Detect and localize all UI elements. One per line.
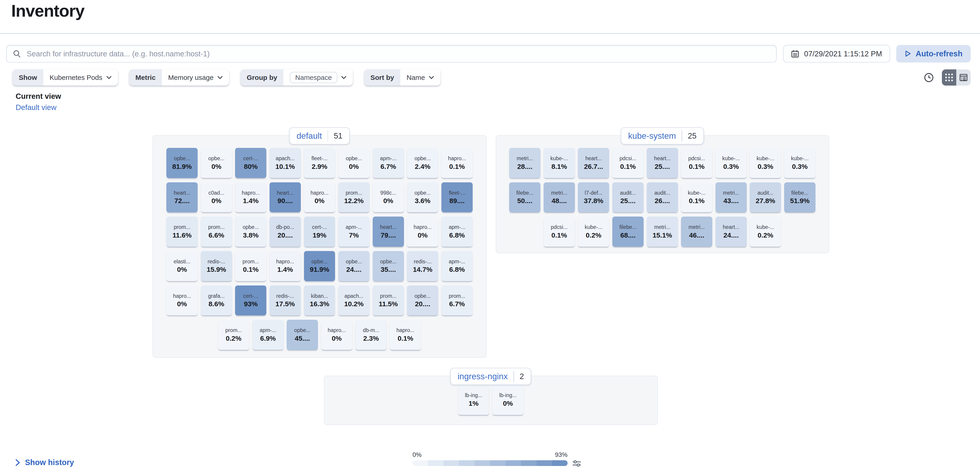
default-view-link[interactable]: Default view bbox=[16, 103, 61, 112]
pod-tile[interactable]: apm-...7% bbox=[338, 216, 369, 247]
pod-tile[interactable]: metri...28.... bbox=[509, 148, 541, 178]
pod-tile[interactable]: opbe...2.4% bbox=[407, 148, 438, 178]
pod-tile[interactable]: c0ad...0% bbox=[201, 182, 232, 212]
pod-tile[interactable]: heart...90.... bbox=[269, 182, 301, 212]
pod-tile[interactable]: heart...72.... bbox=[166, 182, 198, 212]
pod-tile[interactable]: metri...46.... bbox=[681, 216, 712, 247]
pod-tile[interactable]: opbe...81.9% bbox=[166, 148, 198, 178]
pod-tile[interactable]: kube-...0.3% bbox=[750, 148, 781, 178]
pod-tile[interactable]: hapro...1.4% bbox=[269, 251, 301, 281]
pod-tile[interactable]: prom...0.1% bbox=[235, 251, 266, 281]
pod-tile[interactable]: heart...25.... bbox=[647, 148, 678, 178]
pod-tile[interactable]: heart...26.7... bbox=[578, 148, 609, 178]
grid-view-button[interactable] bbox=[942, 69, 956, 86]
pod-tile[interactable]: prom...0.2% bbox=[218, 320, 249, 350]
pod-tile[interactable]: filebe...51.9% bbox=[784, 182, 815, 212]
timeline-clock-button[interactable] bbox=[924, 73, 934, 83]
table-view-button[interactable] bbox=[956, 69, 970, 86]
group-name-link[interactable]: kube-system bbox=[628, 131, 676, 141]
pod-tile[interactable]: db-po...20.... bbox=[269, 216, 301, 247]
pod-tile[interactable]: filebe...50.... bbox=[509, 182, 541, 212]
pod-tile[interactable]: cert-...19% bbox=[304, 216, 335, 247]
group-by-label: Group by bbox=[240, 69, 284, 86]
pod-tile[interactable]: metri...48.... bbox=[544, 182, 575, 212]
group-name-link[interactable]: ingress-nginx bbox=[458, 372, 508, 381]
pod-tile[interactable]: opbe...45.... bbox=[286, 320, 318, 350]
metric-value: Memory usage bbox=[168, 74, 214, 81]
metric-dropdown[interactable]: Memory usage bbox=[162, 69, 229, 86]
pod-tile[interactable]: kube-...0.3% bbox=[784, 148, 815, 178]
pod-tile[interactable]: l7-def...37.8% bbox=[578, 182, 609, 212]
pod-tile[interactable]: kube-...0.2% bbox=[750, 216, 781, 247]
pod-tile[interactable]: redis-...17.5% bbox=[269, 285, 301, 315]
pod-tile[interactable]: fleet-...89.... bbox=[441, 182, 473, 212]
pod-tile[interactable]: lb-ing...0% bbox=[492, 385, 523, 415]
pod-tile[interactable]: redis-...15.9% bbox=[201, 251, 232, 281]
pod-tile[interactable]: opbe...20.... bbox=[407, 285, 438, 315]
pod-tile[interactable]: prom...11.5% bbox=[373, 285, 404, 315]
pod-tile[interactable]: lb-ing...1% bbox=[458, 385, 489, 415]
pod-tile[interactable]: opbe...3.8% bbox=[235, 216, 266, 247]
pod-name: redis-... bbox=[276, 293, 294, 299]
group-by-dropdown[interactable]: Namespace bbox=[283, 69, 353, 86]
pod-tile[interactable]: audit...26.... bbox=[647, 182, 678, 212]
pod-tile[interactable]: filebe...68.... bbox=[612, 216, 644, 247]
pod-tile[interactable]: prom...12.2% bbox=[338, 182, 369, 212]
pod-name: hapro... bbox=[173, 293, 191, 299]
pod-tile[interactable]: 998c...0% bbox=[373, 182, 404, 212]
pod-tile[interactable]: hapro...0% bbox=[407, 216, 438, 247]
pod-tile[interactable]: apach...10.2% bbox=[338, 285, 369, 315]
pod-tile[interactable]: elasti...0% bbox=[166, 251, 198, 281]
pod-tile[interactable]: heart...24.... bbox=[716, 216, 747, 247]
pod-tile[interactable]: pdcsi...0.1% bbox=[544, 216, 575, 247]
tile-row: filebe...50....metri...48....l7-def...37… bbox=[496, 182, 829, 212]
date-picker-button[interactable]: 07/29/2021 1:15:12 PM bbox=[783, 45, 890, 62]
pod-tile[interactable]: opbe...0% bbox=[201, 148, 232, 178]
pod-tile[interactable]: cert-...80% bbox=[235, 148, 266, 178]
pod-tile[interactable]: pdcsi...0.1% bbox=[681, 148, 712, 178]
pod-tile[interactable]: hapro...0.1% bbox=[441, 148, 473, 178]
pod-tile[interactable]: prom...6.6% bbox=[201, 216, 232, 247]
pod-tile[interactable]: metri...43.... bbox=[716, 182, 747, 212]
pod-tile[interactable]: db-m...2.3% bbox=[355, 320, 387, 350]
pod-tile[interactable]: kube-...0.3% bbox=[716, 148, 747, 178]
show-history-link[interactable]: Show history bbox=[16, 458, 74, 467]
sort-by-dropdown[interactable]: Name bbox=[400, 69, 441, 86]
pod-tile[interactable]: apach...10.1% bbox=[269, 148, 301, 178]
pod-tile[interactable]: opbe...0% bbox=[338, 148, 369, 178]
pod-tile[interactable]: hapro...0% bbox=[304, 182, 335, 212]
pod-tile[interactable]: opbe...24.... bbox=[338, 251, 369, 281]
pod-tile[interactable]: apm-...6.7% bbox=[373, 148, 404, 178]
pod-tile[interactable]: prom...11.6% bbox=[166, 216, 198, 247]
pod-tile[interactable]: pdcsi...0.1% bbox=[612, 148, 644, 178]
group-name-link[interactable]: default bbox=[296, 131, 322, 141]
search-input[interactable] bbox=[25, 49, 770, 59]
pod-tile[interactable]: audit...25.... bbox=[612, 182, 644, 212]
pod-tile[interactable]: audit...27.8% bbox=[750, 182, 781, 212]
show-dropdown[interactable]: Kubernetes Pods bbox=[43, 69, 118, 86]
pod-tile[interactable]: opbe...35.... bbox=[373, 251, 404, 281]
pod-tile[interactable]: opbe...91.9% bbox=[304, 251, 335, 281]
pod-metric-value: 72.... bbox=[174, 197, 190, 204]
pod-tile[interactable]: kube-...0.1% bbox=[681, 182, 712, 212]
pod-tile[interactable]: hapro...0.1% bbox=[390, 320, 421, 350]
pod-tile[interactable]: metri...15.1% bbox=[647, 216, 678, 247]
pod-tile[interactable]: kube-...8.1% bbox=[544, 148, 575, 178]
pod-tile[interactable]: fleet-...2.9% bbox=[304, 148, 335, 178]
auto-refresh-button[interactable]: Auto-refresh bbox=[896, 45, 970, 62]
pod-tile[interactable]: apm-...6.8% bbox=[441, 216, 473, 247]
pod-tile[interactable]: hapro...1.4% bbox=[235, 182, 266, 212]
pod-tile[interactable]: opbe...3.6% bbox=[407, 182, 438, 212]
pod-tile[interactable]: hapro...0% bbox=[321, 320, 352, 350]
pod-tile[interactable]: heart...79.... bbox=[373, 216, 404, 247]
pod-tile[interactable]: kiban...16.3% bbox=[304, 285, 335, 315]
pod-tile[interactable]: apm-...6.9% bbox=[252, 320, 284, 350]
pod-tile[interactable]: hapro...0% bbox=[166, 285, 198, 315]
pod-tile[interactable]: kube-...0.2% bbox=[578, 216, 609, 247]
pod-tile[interactable]: grafa...8.6% bbox=[201, 285, 232, 315]
pod-tile[interactable]: redis-...14.7% bbox=[407, 251, 438, 281]
pod-tile[interactable]: apm-...6.8% bbox=[441, 251, 473, 281]
legend-settings-button[interactable] bbox=[573, 459, 581, 468]
pod-tile[interactable]: prom...6.7% bbox=[441, 285, 473, 315]
pod-tile[interactable]: cert-...93% bbox=[235, 285, 266, 315]
